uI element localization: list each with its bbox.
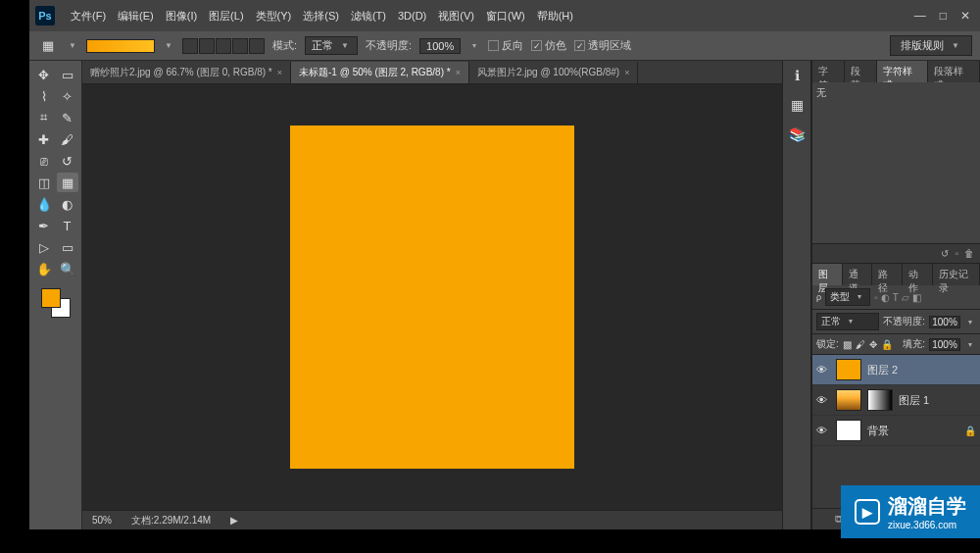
delete-style-icon[interactable]: 🗑: [964, 248, 974, 259]
blend-mode-select[interactable]: 正常 ▼: [305, 36, 358, 55]
menu-view[interactable]: 视图(V): [432, 5, 480, 27]
visibility-icon[interactable]: 👁: [816, 364, 830, 376]
menu-filter[interactable]: 滤镜(T): [345, 5, 392, 27]
layer-blend-select[interactable]: 正常▾: [816, 313, 879, 330]
crop-tool[interactable]: ⌗: [33, 108, 55, 127]
libraries-panel-icon[interactable]: 📚: [788, 126, 806, 143]
tab-layers[interactable]: 图层: [812, 264, 843, 285]
opacity-input[interactable]: 100%: [419, 38, 461, 54]
document-tab-2[interactable]: 风景图片2.jpg @ 100%(RGB/8#)×: [469, 62, 638, 83]
menu-window[interactable]: 窗口(W): [480, 5, 531, 27]
move-tool[interactable]: ✥: [33, 65, 55, 84]
layer-thumbnail[interactable]: [836, 389, 861, 411]
visibility-icon[interactable]: 👁: [816, 394, 830, 406]
layer-name[interactable]: 图层 2: [867, 363, 898, 377]
lock-pixels-icon[interactable]: 🖌: [856, 339, 865, 350]
document-tab-1[interactable]: 未标题-1 @ 50% (图层 2, RGB/8) *×: [291, 62, 469, 83]
tab-paths[interactable]: 路径: [872, 264, 903, 285]
shape-tool[interactable]: ▭: [57, 237, 78, 257]
window-maximize-icon[interactable]: □: [940, 9, 947, 23]
menu-image[interactable]: 图像(I): [160, 5, 203, 27]
status-flyout-icon[interactable]: ▶: [230, 515, 238, 526]
document-tab-0[interactable]: 赠纱照片2.jpg @ 66.7% (图层 0, RGB/8) *×: [82, 62, 291, 83]
tool-preset-dropdown-icon[interactable]: ▼: [67, 40, 78, 52]
tab-character[interactable]: 字符: [812, 61, 845, 82]
window-minimize-icon[interactable]: —: [914, 9, 926, 23]
hand-tool[interactable]: ✋: [33, 259, 55, 278]
menu-help[interactable]: 帮助(H): [531, 5, 579, 27]
layer-kind-select[interactable]: 类型▾: [825, 288, 870, 306]
brush-tool[interactable]: 🖌: [57, 129, 78, 149]
gradient-picker-dropdown-icon[interactable]: ▼: [163, 40, 174, 52]
gradient-diamond-button[interactable]: [249, 38, 265, 54]
menu-edit[interactable]: 编辑(E): [112, 5, 160, 27]
type-tool[interactable]: T: [57, 216, 78, 235]
eraser-tool[interactable]: ◫: [33, 173, 55, 192]
reverse-checkbox[interactable]: 反向: [488, 38, 523, 53]
lock-position-icon[interactable]: ✥: [869, 339, 877, 350]
layer-row-background[interactable]: 👁 背景 🔒: [812, 416, 980, 446]
gradient-radial-button[interactable]: [199, 38, 215, 54]
close-icon[interactable]: ×: [624, 68, 629, 77]
tab-paragraph-styles[interactable]: 段落样式: [928, 61, 980, 82]
menu-layer[interactable]: 图层(L): [203, 5, 249, 27]
zoom-tool[interactable]: 🔍: [57, 259, 78, 278]
doc-size-info[interactable]: 文档:2.29M/2.14M: [131, 514, 211, 528]
filter-smart-icon[interactable]: ◧: [912, 292, 921, 303]
menu-select[interactable]: 选择(S): [297, 5, 345, 27]
filter-pixel-icon[interactable]: ▫: [874, 292, 878, 303]
tab-channels[interactable]: 通道: [843, 264, 873, 285]
pen-tool[interactable]: ✒: [33, 216, 55, 235]
close-icon[interactable]: ×: [277, 68, 282, 77]
healing-tool[interactable]: ✚: [33, 129, 55, 149]
history-brush-tool[interactable]: ↺: [57, 151, 78, 171]
menu-file[interactable]: 文件(F): [65, 5, 112, 27]
dither-checkbox[interactable]: ✓仿色: [531, 38, 566, 53]
transparency-checkbox[interactable]: ✓透明区域: [574, 38, 631, 53]
layer-thumbnail[interactable]: [836, 359, 861, 380]
layer-name[interactable]: 背景: [867, 424, 889, 438]
canvas-viewport[interactable]: [82, 84, 782, 510]
new-style-icon[interactable]: ▫: [955, 248, 958, 259]
foreground-color-swatch[interactable]: [41, 288, 61, 308]
layer-row-2[interactable]: 👁 图层 2: [812, 355, 980, 385]
filter-shape-icon[interactable]: ▱: [902, 292, 909, 303]
tab-actions[interactable]: 动作: [903, 264, 933, 285]
eyedropper-tool[interactable]: ✎: [57, 108, 78, 127]
chevron-down-icon[interactable]: ▾: [964, 338, 976, 350]
gradient-tool[interactable]: ▦: [57, 173, 78, 192]
swatches-panel-icon[interactable]: ▦: [788, 96, 806, 114]
stamp-tool[interactable]: ⎚: [33, 151, 55, 171]
tab-paragraph[interactable]: 段落: [845, 61, 877, 82]
gradient-linear-button[interactable]: [182, 38, 198, 54]
info-panel-icon[interactable]: ℹ: [788, 67, 806, 84]
menu-3d[interactable]: 3D(D): [392, 6, 432, 25]
chevron-down-icon[interactable]: ▾: [964, 316, 976, 327]
close-icon[interactable]: ×: [456, 68, 461, 77]
blur-tool[interactable]: 💧: [33, 194, 55, 214]
window-close-icon[interactable]: ✕: [960, 9, 970, 23]
lock-trans-icon[interactable]: ▩: [843, 339, 852, 350]
layer-row-1[interactable]: 👁 图层 1: [812, 385, 980, 416]
gradient-reflected-button[interactable]: [232, 38, 248, 54]
gradient-tool-icon[interactable]: ▦: [37, 36, 59, 56]
opacity-flyout-icon[interactable]: ▾: [468, 40, 480, 52]
layer-mask-thumbnail[interactable]: [867, 389, 893, 411]
magic-wand-tool[interactable]: ✧: [57, 86, 78, 106]
lock-all-icon[interactable]: 🔒: [881, 339, 893, 350]
gradient-swatch[interactable]: [86, 39, 155, 53]
zoom-level[interactable]: 50%: [92, 515, 112, 526]
style-none[interactable]: 无: [816, 86, 976, 100]
marquee-tool[interactable]: ▭: [57, 65, 78, 84]
filter-type-icon[interactable]: T: [893, 292, 899, 303]
workspace-switcher[interactable]: 排版规则 ▼: [890, 35, 972, 56]
layer-name[interactable]: 图层 1: [899, 393, 929, 408]
path-select-tool[interactable]: ▷: [33, 237, 55, 257]
gradient-angle-button[interactable]: [216, 38, 231, 54]
visibility-icon[interactable]: 👁: [816, 425, 830, 436]
tab-character-styles[interactable]: 字符样式: [877, 61, 929, 82]
filter-adjust-icon[interactable]: ◐: [881, 292, 890, 303]
lasso-tool[interactable]: ⌇: [33, 86, 55, 106]
menu-type[interactable]: 类型(Y): [250, 5, 298, 27]
tab-history[interactable]: 历史记录: [933, 264, 980, 285]
